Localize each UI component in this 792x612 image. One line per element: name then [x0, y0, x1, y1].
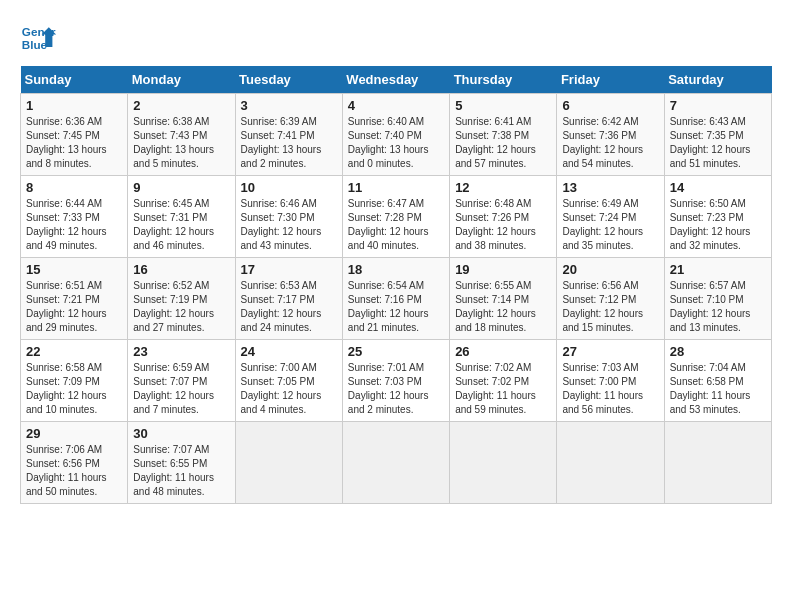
calendar-cell: 13 Sunrise: 6:49 AM Sunset: 7:24 PM Dayl…: [557, 176, 664, 258]
col-header-monday: Monday: [128, 66, 235, 94]
col-header-thursday: Thursday: [450, 66, 557, 94]
calendar-cell: [450, 422, 557, 504]
day-number: 18: [348, 262, 444, 277]
logo-icon: General Blue: [20, 20, 56, 56]
cell-info: Sunrise: 6:52 AM Sunset: 7:19 PM Dayligh…: [133, 279, 229, 335]
day-number: 4: [348, 98, 444, 113]
cell-info: Sunrise: 7:07 AM Sunset: 6:55 PM Dayligh…: [133, 443, 229, 499]
cell-info: Sunrise: 6:38 AM Sunset: 7:43 PM Dayligh…: [133, 115, 229, 171]
logo: General Blue: [20, 20, 56, 56]
cell-info: Sunrise: 6:44 AM Sunset: 7:33 PM Dayligh…: [26, 197, 122, 253]
calendar-cell: 29 Sunrise: 7:06 AM Sunset: 6:56 PM Dayl…: [21, 422, 128, 504]
cell-info: Sunrise: 6:45 AM Sunset: 7:31 PM Dayligh…: [133, 197, 229, 253]
calendar-cell: 6 Sunrise: 6:42 AM Sunset: 7:36 PM Dayli…: [557, 94, 664, 176]
day-number: 3: [241, 98, 337, 113]
day-number: 27: [562, 344, 658, 359]
cell-info: Sunrise: 6:55 AM Sunset: 7:14 PM Dayligh…: [455, 279, 551, 335]
day-number: 15: [26, 262, 122, 277]
calendar-week-5: 29 Sunrise: 7:06 AM Sunset: 6:56 PM Dayl…: [21, 422, 772, 504]
day-number: 29: [26, 426, 122, 441]
day-number: 28: [670, 344, 766, 359]
calendar-table: SundayMondayTuesdayWednesdayThursdayFrid…: [20, 66, 772, 504]
calendar-cell: [557, 422, 664, 504]
day-number: 1: [26, 98, 122, 113]
day-number: 8: [26, 180, 122, 195]
cell-info: Sunrise: 7:02 AM Sunset: 7:02 PM Dayligh…: [455, 361, 551, 417]
calendar-cell: 28 Sunrise: 7:04 AM Sunset: 6:58 PM Dayl…: [664, 340, 771, 422]
calendar-cell: [235, 422, 342, 504]
cell-info: Sunrise: 6:46 AM Sunset: 7:30 PM Dayligh…: [241, 197, 337, 253]
cell-info: Sunrise: 6:59 AM Sunset: 7:07 PM Dayligh…: [133, 361, 229, 417]
calendar-cell: 24 Sunrise: 7:00 AM Sunset: 7:05 PM Dayl…: [235, 340, 342, 422]
col-header-saturday: Saturday: [664, 66, 771, 94]
day-number: 24: [241, 344, 337, 359]
calendar-cell: 11 Sunrise: 6:47 AM Sunset: 7:28 PM Dayl…: [342, 176, 449, 258]
calendar-cell: 26 Sunrise: 7:02 AM Sunset: 7:02 PM Dayl…: [450, 340, 557, 422]
calendar-cell: 16 Sunrise: 6:52 AM Sunset: 7:19 PM Dayl…: [128, 258, 235, 340]
calendar-cell: 20 Sunrise: 6:56 AM Sunset: 7:12 PM Dayl…: [557, 258, 664, 340]
day-number: 25: [348, 344, 444, 359]
svg-text:Blue: Blue: [22, 38, 48, 51]
calendar-cell: 4 Sunrise: 6:40 AM Sunset: 7:40 PM Dayli…: [342, 94, 449, 176]
calendar-week-3: 15 Sunrise: 6:51 AM Sunset: 7:21 PM Dayl…: [21, 258, 772, 340]
calendar-cell: 18 Sunrise: 6:54 AM Sunset: 7:16 PM Dayl…: [342, 258, 449, 340]
day-number: 20: [562, 262, 658, 277]
calendar-week-1: 1 Sunrise: 6:36 AM Sunset: 7:45 PM Dayli…: [21, 94, 772, 176]
day-number: 21: [670, 262, 766, 277]
calendar-cell: 21 Sunrise: 6:57 AM Sunset: 7:10 PM Dayl…: [664, 258, 771, 340]
col-header-wednesday: Wednesday: [342, 66, 449, 94]
calendar-cell: 7 Sunrise: 6:43 AM Sunset: 7:35 PM Dayli…: [664, 94, 771, 176]
day-number: 30: [133, 426, 229, 441]
calendar-cell: 1 Sunrise: 6:36 AM Sunset: 7:45 PM Dayli…: [21, 94, 128, 176]
calendar-cell: 8 Sunrise: 6:44 AM Sunset: 7:33 PM Dayli…: [21, 176, 128, 258]
day-number: 10: [241, 180, 337, 195]
cell-info: Sunrise: 7:01 AM Sunset: 7:03 PM Dayligh…: [348, 361, 444, 417]
day-number: 17: [241, 262, 337, 277]
calendar-cell: 3 Sunrise: 6:39 AM Sunset: 7:41 PM Dayli…: [235, 94, 342, 176]
cell-info: Sunrise: 6:51 AM Sunset: 7:21 PM Dayligh…: [26, 279, 122, 335]
cell-info: Sunrise: 7:04 AM Sunset: 6:58 PM Dayligh…: [670, 361, 766, 417]
calendar-cell: 30 Sunrise: 7:07 AM Sunset: 6:55 PM Dayl…: [128, 422, 235, 504]
day-number: 16: [133, 262, 229, 277]
calendar-cell: 12 Sunrise: 6:48 AM Sunset: 7:26 PM Dayl…: [450, 176, 557, 258]
cell-info: Sunrise: 6:58 AM Sunset: 7:09 PM Dayligh…: [26, 361, 122, 417]
day-number: 14: [670, 180, 766, 195]
day-number: 11: [348, 180, 444, 195]
calendar-cell: 5 Sunrise: 6:41 AM Sunset: 7:38 PM Dayli…: [450, 94, 557, 176]
calendar-cell: 25 Sunrise: 7:01 AM Sunset: 7:03 PM Dayl…: [342, 340, 449, 422]
calendar-cell: 23 Sunrise: 6:59 AM Sunset: 7:07 PM Dayl…: [128, 340, 235, 422]
cell-info: Sunrise: 6:54 AM Sunset: 7:16 PM Dayligh…: [348, 279, 444, 335]
calendar-cell: 15 Sunrise: 6:51 AM Sunset: 7:21 PM Dayl…: [21, 258, 128, 340]
cell-info: Sunrise: 6:47 AM Sunset: 7:28 PM Dayligh…: [348, 197, 444, 253]
calendar-cell: 17 Sunrise: 6:53 AM Sunset: 7:17 PM Dayl…: [235, 258, 342, 340]
cell-info: Sunrise: 7:03 AM Sunset: 7:00 PM Dayligh…: [562, 361, 658, 417]
day-number: 7: [670, 98, 766, 113]
calendar-cell: [342, 422, 449, 504]
cell-info: Sunrise: 6:36 AM Sunset: 7:45 PM Dayligh…: [26, 115, 122, 171]
day-number: 19: [455, 262, 551, 277]
cell-info: Sunrise: 6:43 AM Sunset: 7:35 PM Dayligh…: [670, 115, 766, 171]
day-number: 23: [133, 344, 229, 359]
calendar-cell: 2 Sunrise: 6:38 AM Sunset: 7:43 PM Dayli…: [128, 94, 235, 176]
calendar-cell: 19 Sunrise: 6:55 AM Sunset: 7:14 PM Dayl…: [450, 258, 557, 340]
cell-info: Sunrise: 6:49 AM Sunset: 7:24 PM Dayligh…: [562, 197, 658, 253]
day-number: 22: [26, 344, 122, 359]
day-number: 12: [455, 180, 551, 195]
cell-info: Sunrise: 6:50 AM Sunset: 7:23 PM Dayligh…: [670, 197, 766, 253]
cell-info: Sunrise: 6:48 AM Sunset: 7:26 PM Dayligh…: [455, 197, 551, 253]
col-header-sunday: Sunday: [21, 66, 128, 94]
calendar-cell: 10 Sunrise: 6:46 AM Sunset: 7:30 PM Dayl…: [235, 176, 342, 258]
col-header-tuesday: Tuesday: [235, 66, 342, 94]
calendar-cell: 27 Sunrise: 7:03 AM Sunset: 7:00 PM Dayl…: [557, 340, 664, 422]
day-number: 26: [455, 344, 551, 359]
day-number: 5: [455, 98, 551, 113]
cell-info: Sunrise: 6:42 AM Sunset: 7:36 PM Dayligh…: [562, 115, 658, 171]
cell-info: Sunrise: 6:41 AM Sunset: 7:38 PM Dayligh…: [455, 115, 551, 171]
calendar-week-2: 8 Sunrise: 6:44 AM Sunset: 7:33 PM Dayli…: [21, 176, 772, 258]
day-number: 13: [562, 180, 658, 195]
cell-info: Sunrise: 7:00 AM Sunset: 7:05 PM Dayligh…: [241, 361, 337, 417]
page-header: General Blue: [20, 20, 772, 56]
calendar-week-4: 22 Sunrise: 6:58 AM Sunset: 7:09 PM Dayl…: [21, 340, 772, 422]
cell-info: Sunrise: 6:56 AM Sunset: 7:12 PM Dayligh…: [562, 279, 658, 335]
day-number: 9: [133, 180, 229, 195]
